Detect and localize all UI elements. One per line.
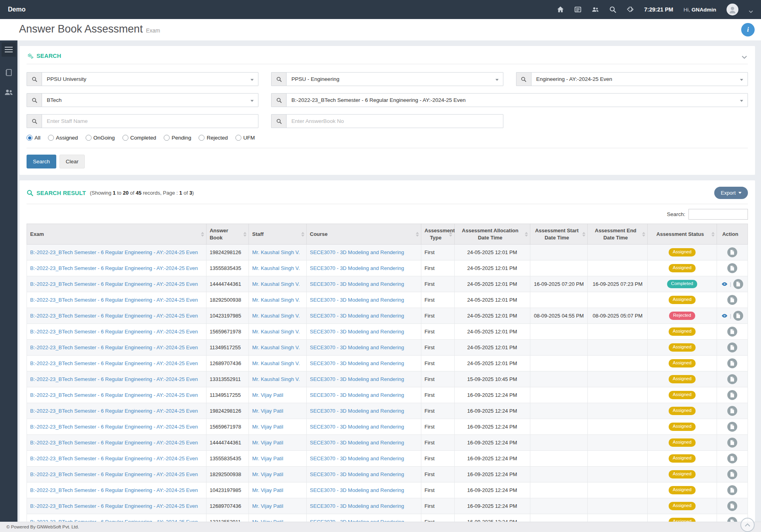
course-link[interactable]: SECE3070 - 3D Modeling and Rendering (310, 487, 404, 493)
radio-assigned[interactable]: Assigned (48, 135, 78, 141)
document-file-icon[interactable] (727, 438, 737, 448)
info-button[interactable]: i (741, 23, 755, 36)
sort-icon[interactable] (416, 232, 419, 237)
collapse-icon[interactable] (742, 53, 747, 59)
staff-link[interactable]: Mr. Kaushal Singh V. (252, 329, 300, 335)
document-file-icon[interactable] (727, 343, 737, 352)
column-header-assessment-type[interactable]: Assessment Type (421, 224, 454, 245)
exam-link[interactable]: B:-2022-23_BTech Semester - 6 Regular En… (30, 487, 198, 493)
exam-link[interactable]: B:-2022-23_BTech Semester - 6 Regular En… (30, 440, 198, 446)
document-file-icon[interactable] (727, 358, 737, 368)
staff-link[interactable]: Mr. Kaushal Singh V. (252, 313, 300, 319)
document-file-icon[interactable] (727, 469, 737, 479)
exam-link[interactable]: B:-2022-23_BTech Semester - 6 Regular En… (30, 503, 198, 509)
course-link[interactable]: SECE3070 - 3D Modeling and Rendering (310, 329, 404, 335)
menu-icon[interactable] (2, 42, 16, 57)
exam-link[interactable]: B:-2022-23_BTech Semester - 6 Regular En… (30, 329, 198, 335)
exam-link[interactable]: B:-2022-23_BTech Semester - 6 Regular En… (30, 249, 198, 255)
sort-icon[interactable] (243, 232, 247, 237)
column-header-course[interactable]: Course (306, 224, 421, 245)
radio-completed[interactable]: Completed (122, 135, 156, 141)
document-file-icon[interactable] (733, 279, 743, 289)
course-link[interactable]: SECE3070 - 3D Modeling and Rendering (310, 376, 404, 382)
chevron-down-icon[interactable] (749, 8, 753, 12)
answerbook-no-input[interactable] (287, 115, 503, 128)
course-link[interactable]: SECE3070 - 3D Modeling and Rendering (310, 424, 404, 430)
staff-link[interactable]: Mr. Kaushal Singh V. (252, 265, 300, 271)
course-link[interactable]: SECE3070 - 3D Modeling and Rendering (310, 440, 404, 446)
document-file-icon[interactable] (733, 311, 743, 321)
sort-icon[interactable] (711, 232, 715, 237)
radio-rejected[interactable]: Rejected (199, 135, 228, 141)
course-link[interactable]: SECE3070 - 3D Modeling and Rendering (310, 249, 404, 255)
course-link[interactable]: SECE3070 - 3D Modeling and Rendering (310, 471, 404, 477)
document-file-icon[interactable] (727, 422, 737, 432)
sort-icon[interactable] (449, 232, 452, 237)
staff-link[interactable]: Mr. Vijay Patil (252, 392, 283, 398)
document-file-icon[interactable] (727, 263, 737, 273)
program-select[interactable]: BTech (27, 93, 258, 107)
avatar[interactable] (727, 4, 738, 15)
staff-link[interactable]: Mr. Kaushal Singh V. (252, 360, 300, 366)
document-file-icon[interactable] (727, 454, 737, 463)
staff-link[interactable]: Mr. Kaushal Singh V. (252, 281, 300, 287)
brand-logo[interactable]: Demo (8, 6, 25, 13)
course-link[interactable]: SECE3070 - 3D Modeling and Rendering (310, 313, 404, 319)
document-file-icon[interactable] (727, 501, 737, 511)
book-icon[interactable] (4, 69, 13, 77)
course-link[interactable]: SECE3070 - 3D Modeling and Rendering (310, 281, 404, 287)
staff-name-input[interactable] (42, 115, 258, 128)
staff-link[interactable]: Mr. Kaushal Singh V. (252, 344, 300, 350)
document-file-icon[interactable] (727, 485, 737, 495)
search-button[interactable]: Search (27, 155, 56, 168)
exam-select[interactable]: B:-2022-23_BTech Semester - 6 Regular En… (271, 93, 748, 107)
course-link[interactable]: SECE3070 - 3D Modeling and Rendering (310, 360, 404, 366)
exam-link[interactable]: B:-2022-23_BTech Semester - 6 Regular En… (30, 408, 198, 414)
staff-link[interactable]: Mr. Vijay Patil (252, 440, 283, 446)
exam-link[interactable]: B:-2022-23_BTech Semester - 6 Regular En… (30, 297, 198, 303)
column-header-assessment-start-date-time[interactable]: Assessment Start Date Time (530, 224, 588, 245)
column-header-exam[interactable]: Exam (27, 224, 207, 245)
column-header-staff[interactable]: Staff (249, 224, 307, 245)
exam-link[interactable]: B:-2022-23_BTech Semester - 6 Regular En… (30, 265, 198, 271)
sort-icon[interactable] (301, 232, 304, 237)
sort-icon[interactable] (525, 232, 528, 237)
radio-pending[interactable]: Pending (164, 135, 191, 141)
sort-icon[interactable] (582, 232, 585, 237)
staff-link[interactable]: Mr. Vijay Patil (252, 455, 283, 461)
staff-link[interactable]: Mr. Vijay Patil (252, 503, 283, 509)
user-greeting[interactable]: Hi, GNAdmin (683, 7, 716, 13)
exam-link[interactable]: B:-2022-23_BTech Semester - 6 Regular En… (30, 376, 198, 382)
staff-link[interactable]: Mr. Vijay Patil (252, 471, 283, 477)
exam-link[interactable]: B:-2022-23_BTech Semester - 6 Regular En… (30, 313, 198, 319)
radio-ufm[interactable]: UFM (235, 135, 255, 141)
forms-icon[interactable] (574, 6, 581, 13)
university-select[interactable]: PPSU University (27, 72, 258, 86)
sort-icon[interactable] (201, 232, 204, 237)
staff-link[interactable]: Mr. Kaushal Singh V. (252, 297, 300, 303)
staff-link[interactable]: Mr. Vijay Patil (252, 487, 283, 493)
document-file-icon[interactable] (727, 374, 737, 384)
course-link[interactable]: SECE3070 - 3D Modeling and Rendering (310, 265, 404, 271)
course-link[interactable]: SECE3070 - 3D Modeling and Rendering (310, 297, 404, 303)
exam-link[interactable]: B:-2022-23_BTech Semester - 6 Regular En… (30, 424, 198, 430)
tags-icon[interactable] (627, 6, 634, 13)
staff-link[interactable]: Mr. Vijay Patil (252, 408, 283, 414)
exam-link[interactable]: B:-2022-23_BTech Semester - 6 Regular En… (30, 455, 198, 461)
course-link[interactable]: SECE3070 - 3D Modeling and Rendering (310, 344, 404, 350)
clear-button[interactable]: Clear (59, 155, 85, 168)
document-file-icon[interactable] (727, 295, 737, 305)
document-file-icon[interactable] (727, 247, 737, 257)
export-button[interactable]: Export (714, 187, 748, 199)
college-select[interactable]: PPSU - Engineering (271, 72, 503, 86)
course-link[interactable]: SECE3070 - 3D Modeling and Rendering (310, 408, 404, 414)
radio-all[interactable]: All (27, 135, 40, 141)
scroll-top-button[interactable] (740, 518, 755, 532)
column-header-assessment-allocation-date-time[interactable]: Assessment Allocation Date Time (454, 224, 530, 245)
column-header-answer-book[interactable]: Answer Book (206, 224, 249, 245)
view-eye-icon[interactable] (721, 314, 728, 318)
exam-link[interactable]: B:-2022-23_BTech Semester - 6 Regular En… (30, 360, 198, 366)
document-file-icon[interactable] (727, 390, 737, 400)
exam-link[interactable]: B:-2022-23_BTech Semester - 6 Regular En… (30, 281, 198, 287)
column-header-assessment-status[interactable]: Assessment Status (648, 224, 717, 245)
